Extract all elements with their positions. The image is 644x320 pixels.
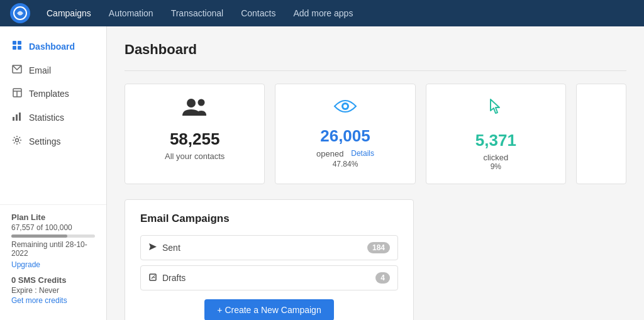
sidebar-label-dashboard: Dashboard [29, 41, 75, 52]
drafts-icon [148, 273, 157, 284]
dashboard-icon [11, 40, 23, 52]
topnav-contacts[interactable]: Contacts [240, 6, 277, 21]
svg-rect-2 [18, 41, 21, 45]
campaigns-title: Email Campaigns [140, 212, 398, 225]
campaigns-card: Email Campaigns Sent 184 [125, 199, 414, 320]
sidebar-item-templates[interactable]: Templates [0, 82, 106, 106]
topnav-add-more-apps[interactable]: Add more apps [292, 6, 354, 21]
sidebar-bottom: Plan Lite 67,557 of 100,000 Remaining un… [0, 204, 106, 312]
opened-details-link[interactable]: Details [351, 149, 374, 158]
get-more-credits-link[interactable]: Get more credits [11, 296, 95, 305]
plan-remaining: Remaining until 28-10-2022 [11, 240, 95, 258]
contacts-number: 58,255 [170, 130, 220, 149]
svg-rect-10 [16, 114, 18, 121]
clicked-pct: 9% [491, 162, 501, 171]
sidebar-label-email: Email [29, 65, 51, 75]
progress-bar-fill [11, 234, 67, 238]
clicked-number: 5,371 [475, 131, 516, 150]
svg-marker-17 [149, 243, 157, 250]
settings-icon [11, 135, 23, 147]
plan-name: Plan Lite [11, 212, 95, 222]
sent-label: Sent [162, 243, 180, 253]
stat-card-contacts: 58,255 All your contacts [125, 84, 265, 184]
divider [125, 70, 626, 71]
upgrade-link[interactable]: Upgrade [11, 260, 95, 269]
sidebar-item-statistics[interactable]: Statistics [0, 106, 106, 129]
svg-point-12 [16, 139, 19, 142]
drafts-label: Drafts [162, 273, 186, 283]
campaign-row-drafts[interactable]: Drafts 4 [140, 265, 398, 290]
topnav-campaigns[interactable]: Campaigns [45, 6, 92, 21]
clicked-label: clicked [483, 153, 508, 162]
stat-card-opened: 26,005 opened Details 47.84% [275, 84, 415, 184]
sidebar: Dashboard Email Templates [0, 26, 107, 320]
svg-rect-3 [13, 46, 16, 50]
logo[interactable] [10, 3, 30, 23]
svg-rect-4 [18, 46, 21, 50]
svg-rect-1 [13, 41, 16, 45]
page-title: Dashboard [125, 41, 626, 58]
campaign-sent-left: Sent [148, 243, 180, 253]
sent-icon [148, 243, 157, 253]
plan-usage: 67,557 of 100,000 [11, 223, 95, 232]
create-campaign-button[interactable]: + Create a New Campaign [204, 299, 333, 320]
opened-pct: 47.84% [333, 160, 358, 168]
campaign-drafts-left: Drafts [148, 273, 186, 284]
clicked-icon [484, 97, 507, 124]
svg-point-14 [197, 99, 204, 106]
stats-row: 58,255 All your contacts 26,005 opened D… [125, 84, 626, 184]
topnav-transactional[interactable]: Transactional [170, 6, 225, 21]
drafts-badge: 4 [375, 272, 390, 284]
opened-number: 26,005 [320, 126, 370, 146]
svg-rect-11 [19, 113, 21, 121]
templates-icon [11, 88, 23, 99]
svg-point-16 [343, 104, 347, 108]
sidebar-label-statistics: Statistics [29, 113, 64, 123]
topnav: Campaigns Automation Transactional Conta… [0, 0, 644, 26]
contacts-label: All your contacts [165, 152, 225, 161]
statistics-icon [11, 112, 23, 123]
topnav-automation[interactable]: Automation [108, 6, 155, 21]
sms-credits-title: 0 SMS Credits [11, 275, 95, 285]
progress-bar-bg [11, 234, 95, 238]
stat-card-partial [576, 84, 626, 184]
svg-rect-9 [13, 117, 14, 121]
sidebar-item-email[interactable]: Email [0, 58, 106, 82]
sidebar-item-dashboard[interactable]: Dashboard [0, 34, 106, 58]
svg-point-13 [187, 99, 196, 108]
campaign-row-sent[interactable]: Sent 184 [140, 235, 398, 260]
sent-badge: 184 [367, 242, 390, 253]
email-icon [11, 65, 23, 75]
sms-expire: Expire : Never [11, 286, 95, 295]
opened-icon [333, 97, 357, 120]
main-content: Dashboard 58,255 All your contacts [107, 26, 644, 320]
contacts-icon [182, 97, 208, 123]
stat-card-clicked: 5,371 clicked 9% [426, 84, 566, 184]
sidebar-label-settings: Settings [29, 136, 61, 146]
sidebar-item-settings[interactable]: Settings [0, 129, 106, 153]
sidebar-label-templates: Templates [29, 89, 69, 99]
create-campaign-section: + Create a New Campaign [140, 299, 398, 320]
opened-detail-row: opened Details [316, 148, 374, 158]
opened-label: opened [316, 149, 343, 158]
